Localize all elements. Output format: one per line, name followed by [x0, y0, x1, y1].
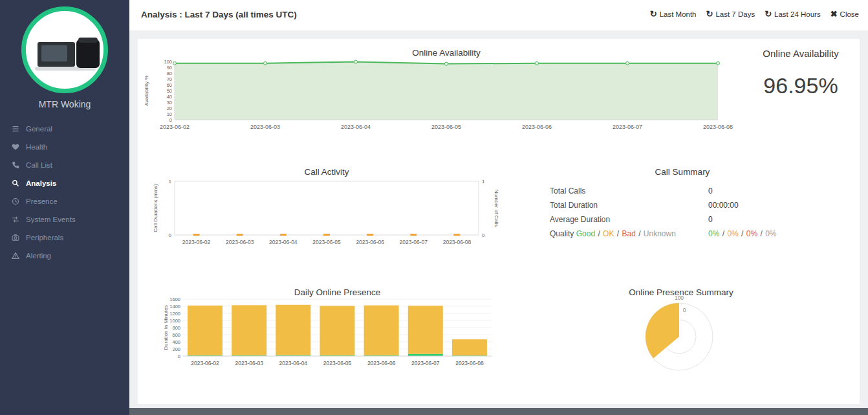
- svg-text:40: 40: [167, 94, 172, 100]
- svg-text:60: 60: [167, 82, 172, 88]
- clock-icon: [11, 197, 20, 205]
- sidebar-item-label: Peripherals: [26, 234, 63, 241]
- sidebar-item-general[interactable]: General: [0, 120, 129, 138]
- svg-text:80: 80: [167, 71, 172, 76]
- svg-text:Call Durations (mins): Call Durations (mins): [153, 184, 158, 232]
- sidebar-item-analysis[interactable]: Analysis: [0, 174, 129, 192]
- sidebar-item-alerting[interactable]: Alerting: [0, 247, 129, 265]
- sidebar-item-system-events[interactable]: System Events: [0, 210, 129, 229]
- svg-text:2023-06-03: 2023-06-03: [250, 124, 280, 130]
- sidebar-item-label: Presence: [26, 197, 58, 205]
- sidebar-item-label: System Events: [26, 216, 76, 223]
- last-month-button[interactable]: ↻ Last Month: [650, 10, 697, 18]
- camera-icon: [11, 234, 20, 241]
- content-area: Online Availability 01020304050607080901…: [129, 30, 868, 408]
- svg-text:1000: 1000: [169, 318, 180, 324]
- footer-strip: [129, 408, 868, 415]
- svg-text:2023-06-02: 2023-06-02: [182, 239, 211, 245]
- svg-text:2023-06-04: 2023-06-04: [269, 239, 298, 245]
- row-value: 0: [708, 215, 713, 224]
- sidebar-item-label: Health: [26, 143, 47, 151]
- svg-text:0: 0: [178, 353, 180, 359]
- svg-text:100: 100: [675, 295, 684, 301]
- app-window: MTR Woking General Health Call List Anal…: [0, 0, 868, 415]
- analysis-card: Online Availability 01020304050607080901…: [138, 39, 860, 404]
- sidebar-menu: General Health Call List Analysis Presen…: [0, 120, 129, 265]
- header: Analysis : Last 7 Days (all times UTC) ↻…: [129, 0, 868, 30]
- last-24-hours-button[interactable]: ↻ Last 24 Hours: [765, 10, 821, 18]
- svg-text:30: 30: [167, 100, 172, 106]
- separator: /: [617, 229, 619, 238]
- svg-text:Availability %: Availability %: [144, 76, 149, 106]
- quality-ok-label: OK: [603, 229, 614, 238]
- quality-unknown-value: 0%: [765, 229, 776, 238]
- device-photo-screen: [41, 45, 67, 62]
- quality-word: Quality: [550, 229, 574, 238]
- svg-text:2023-06-05: 2023-06-05: [323, 360, 352, 366]
- svg-text:2023-06-07: 2023-06-07: [400, 239, 428, 245]
- svg-text:1: 1: [482, 179, 485, 185]
- button-label: Last 24 Hours: [774, 10, 821, 18]
- quality-label: Quality Good / OK / Bad / Unknown: [550, 229, 676, 238]
- heart-icon: [11, 143, 20, 151]
- svg-text:Duration In Minutes: Duration In Minutes: [163, 305, 169, 350]
- svg-text:2023-06-07: 2023-06-07: [411, 360, 440, 366]
- call-summary-title: Call Summary: [550, 167, 815, 177]
- sidebar-item-label: General: [26, 125, 52, 133]
- availability-value: 96.95%: [743, 73, 859, 98]
- svg-text:2023-06-05: 2023-06-05: [312, 239, 341, 245]
- svg-text:200: 200: [172, 346, 180, 352]
- sidebar-item-peripherals[interactable]: Peripherals: [0, 229, 129, 247]
- quality-bad-value: 0%: [746, 229, 757, 238]
- warning-icon: [11, 252, 20, 260]
- separator: /: [598, 229, 600, 238]
- online-availability-chart: 01020304050607080901002023-06-022023-06-…: [138, 45, 746, 146]
- svg-text:0: 0: [482, 232, 485, 238]
- svg-text:1600: 1600: [169, 297, 180, 302]
- quality-unknown-label: Unknown: [644, 229, 676, 238]
- close-button[interactable]: ✖ Close: [830, 10, 859, 18]
- svg-text:2023-06-06: 2023-06-06: [522, 124, 552, 130]
- svg-text:800: 800: [172, 325, 180, 331]
- row-label: Total Calls: [550, 186, 585, 196]
- close-icon: ✖: [830, 10, 838, 18]
- svg-text:10: 10: [167, 111, 172, 117]
- separator: /: [722, 229, 724, 238]
- table-row: Total Duration 00:00:00: [550, 201, 854, 215]
- list-icon: [11, 125, 20, 133]
- svg-text:0: 0: [169, 117, 172, 123]
- table-row: Average Duration 0: [550, 215, 854, 229]
- device-name: MTR Woking: [0, 99, 129, 109]
- separator: /: [638, 229, 640, 238]
- call-activity-chart: 00112023-06-022023-06-032023-06-042023-0…: [138, 168, 539, 259]
- svg-text:90: 90: [167, 65, 172, 71]
- sidebar-item-health[interactable]: Health: [0, 138, 129, 156]
- row-label: Average Duration: [550, 215, 610, 224]
- phone-icon: [11, 161, 20, 169]
- page-title: Analysis : Last 7 Days (all times UTC): [141, 10, 297, 19]
- svg-text:2023-06-04: 2023-06-04: [279, 360, 308, 366]
- button-label: Last Month: [660, 10, 697, 18]
- refresh-icon: ↻: [765, 10, 772, 18]
- row-value: 0: [708, 186, 713, 196]
- last-7-days-button[interactable]: ↻ Last 7 Days: [706, 10, 755, 18]
- svg-text:70: 70: [167, 76, 172, 82]
- button-label: Last 7 Days: [715, 10, 755, 18]
- sidebar-item-call-list[interactable]: Call List: [0, 156, 129, 174]
- sidebar-item-label: Alerting: [26, 252, 51, 260]
- svg-text:2023-06-03: 2023-06-03: [226, 239, 254, 245]
- availability-panel-title: Online Availability: [743, 48, 859, 59]
- svg-text:2023-06-02: 2023-06-02: [160, 124, 190, 130]
- sidebar-item-label: Call List: [26, 161, 52, 169]
- online-presence-summary-chart: 1000: [636, 295, 733, 392]
- refresh-icon: ↻: [650, 10, 657, 18]
- search-icon: [11, 179, 20, 187]
- header-actions: ↻ Last Month ↻ Last 7 Days ↻ Last 24 Hou…: [650, 10, 859, 18]
- svg-text:0: 0: [683, 307, 686, 313]
- sidebar-item-presence[interactable]: Presence: [0, 192, 129, 210]
- svg-text:2023-06-08: 2023-06-08: [703, 124, 733, 130]
- refresh-icon: ↻: [706, 10, 713, 18]
- device-avatar: [21, 6, 108, 93]
- svg-text:2023-06-05: 2023-06-05: [431, 124, 461, 130]
- quality-ok-value: 0%: [727, 229, 738, 238]
